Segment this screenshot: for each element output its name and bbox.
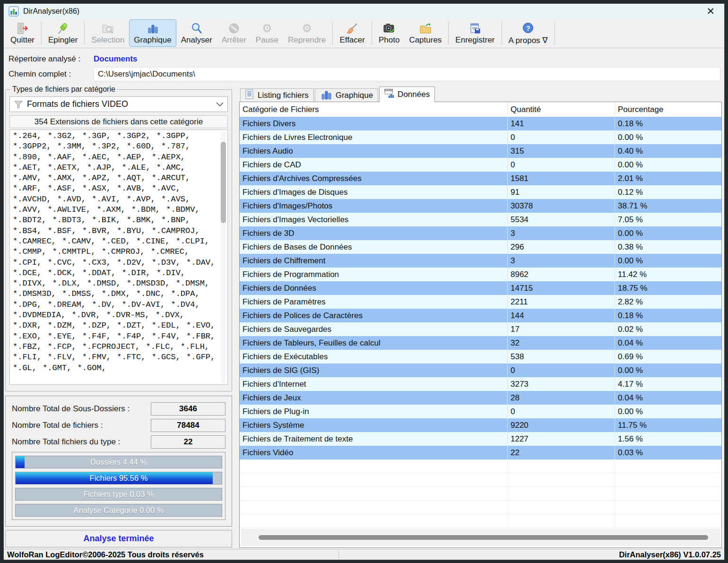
category-filter-select[interactable]: Formats de fichiers VIDEO <box>9 96 228 112</box>
tab-graphique[interactable]: Graphique <box>315 88 378 102</box>
category-filter-value: Formats de fichiers VIDEO <box>27 99 212 109</box>
left-panel: Types de fichiers par catégorie Formats … <box>5 85 232 547</box>
extensions-scrollbar-thumb[interactable] <box>221 142 226 223</box>
percentage-cell: 1.56 % <box>615 432 721 446</box>
table-row[interactable]: Fichiers Audio3150.40 % <box>240 144 721 158</box>
table-row[interactable]: Fichiers de Polices de Caractères1440.18… <box>240 309 721 322</box>
close-icon[interactable]: ✕ <box>702 6 719 17</box>
table-horizontal-scrollbar[interactable] <box>241 529 720 546</box>
toolbar-button-reprendre[interactable]: ⚙Reprendre <box>283 19 330 47</box>
category-cell: Fichiers d'Images/Photos <box>240 199 508 213</box>
toolbar-separator <box>502 22 502 44</box>
table-row[interactable]: Fichiers d'Internet32734.17 % <box>240 377 721 391</box>
toolbar-button-quitter[interactable]: Quitter <box>6 19 39 47</box>
category-cell: Fichiers Système <box>240 418 508 432</box>
table-row[interactable]: Fichiers de Paramètres22112.82 % <box>240 295 721 309</box>
table-row[interactable]: Fichiers de Chiffrement30.00 % <box>240 254 721 268</box>
quantity-cell: 0 <box>508 405 615 418</box>
gear-icon: ⚙ <box>262 21 272 35</box>
quantity-cell: 0 <box>508 364 615 377</box>
tab-label: Graphique <box>336 91 373 100</box>
empty-cell <box>240 473 508 486</box>
column-header-quantit[interactable]: Quantité <box>508 102 615 117</box>
table-row[interactable]: Fichiers de Tableurs, Feuilles de calcul… <box>240 336 721 350</box>
table-row[interactable]: Fichiers d'Archives Compressées15812.01 … <box>240 172 721 185</box>
magnifier-icon <box>191 21 203 35</box>
progress-label: Fichiers 95.56 % <box>16 472 222 484</box>
empty-cell <box>508 473 615 486</box>
empty-cell <box>240 459 508 473</box>
quantity-cell: 28 <box>508 391 615 405</box>
category-cell: Fichiers d'Images de Disques <box>240 185 508 199</box>
empty-cell <box>508 501 615 514</box>
table-row[interactable]: Fichiers de Données1471518.75 % <box>240 281 721 295</box>
statusbar-separator <box>338 550 339 559</box>
toolbar-button-selection[interactable]: Selection <box>87 19 129 47</box>
table-row[interactable]: Fichiers Divers1410.18 % <box>240 117 721 130</box>
progress-bar-fichiers-type-0-03: Fichiers type 0.03 % <box>15 488 222 501</box>
percentage-cell: 0.00 % <box>615 254 721 268</box>
tab-donn-es[interactable]: Données <box>379 87 435 102</box>
table-row[interactable]: Fichiers de Plug-in00.00 % <box>240 405 721 418</box>
toolbar-button-epingler[interactable]: Epingler <box>43 19 82 47</box>
empty-cell <box>615 514 721 528</box>
quantity-cell: 538 <box>508 350 615 364</box>
percentage-cell: 7.05 % <box>615 213 721 226</box>
table-row[interactable]: Fichiers de Jeux280.04 % <box>240 391 721 405</box>
toolbar-separator <box>372 22 372 44</box>
tab-listing-fichiers[interactable]: Listing fichiers <box>240 88 314 102</box>
table-row[interactable]: Fichiers Vidéo220.03 % <box>240 446 721 459</box>
column-header-pourcentage[interactable]: Pourcentage <box>615 102 721 117</box>
toolbar-button-label: Effacer <box>339 35 365 45</box>
toolbar-button-a-propos[interactable]: ?A propos ∇ <box>504 19 553 47</box>
category-cell: Fichiers de Bases de Données <box>240 240 508 254</box>
quantity-cell: 2211 <box>508 295 615 309</box>
full-path-field[interactable]: C:\Users\jmjac\Documents\ <box>94 67 720 81</box>
table-row[interactable]: Fichiers de 3D30.00 % <box>240 226 721 240</box>
quantity-cell: 3 <box>508 254 615 268</box>
extensions-list[interactable]: *.264, *.3G2, *.3GP, *.3GP2, *.3GPP, *.3… <box>9 130 228 385</box>
category-cell: Fichiers de Tableurs, Feuilles de calcul <box>240 336 508 350</box>
table-row[interactable]: Fichiers de Sauvegardes170.02 % <box>240 322 721 336</box>
quantity-cell: 0 <box>508 130 615 144</box>
table-row[interactable]: Fichiers Système922011.75 % <box>240 418 721 432</box>
toolbar-button-enregistrer[interactable]: Enregistrer <box>451 19 499 47</box>
toolbar-button-arr-ter[interactable]: Arrêter <box>217 19 251 47</box>
table-row[interactable]: Fichiers de Livres Electronique00.00 % <box>240 130 721 144</box>
extensions-scrollbar[interactable] <box>221 131 226 383</box>
table-row-empty <box>240 514 721 528</box>
toolbar-button-pause[interactable]: ⚙Pause <box>251 19 283 47</box>
table-row[interactable]: Fichiers de SIG (GIS)00.00 % <box>240 364 721 377</box>
svg-text:?: ? <box>526 24 530 32</box>
table-hscroll-thumb[interactable] <box>259 535 708 540</box>
toolbar-button-label: Reprendre <box>288 35 326 45</box>
table-row[interactable]: Fichiers d'Images Vectorielles55347.05 % <box>240 213 721 226</box>
empty-cell <box>240 501 508 514</box>
table-row-empty <box>240 473 721 487</box>
filter-funnel-icon <box>14 100 23 109</box>
table-row[interactable]: Fichiers d'Images de Disques910.12 % <box>240 185 721 199</box>
toolbar-button-analyser[interactable]: Analyser <box>176 19 217 47</box>
column-header-cat-gorie-de-fichiers[interactable]: Catégorie de Fichiers <box>240 102 508 117</box>
quantity-cell: 17 <box>508 322 615 336</box>
window-title: DirAnalyser(x86) <box>23 7 79 16</box>
percentage-cell: 38.71 % <box>615 199 721 213</box>
table-row[interactable]: Fichiers d'Images/Photos3037838.71 % <box>240 199 721 213</box>
toolbar-button-photo[interactable]: Photo <box>374 19 404 47</box>
toolbar-button-graphique[interactable]: Graphique <box>129 19 176 47</box>
status-bar: WolfoRan LogEditor©2006-2025 Tous droits… <box>4 549 724 560</box>
toolbar-button-label: Pause <box>256 35 278 45</box>
percentage-cell: 2.82 % <box>615 295 721 309</box>
progress-bar-dossiers-4-44: Dossiers 4.44 % <box>15 456 222 468</box>
folder-export-icon <box>419 21 432 35</box>
empty-cell <box>508 514 615 528</box>
table-row[interactable]: Fichiers de CAD00.00 % <box>240 158 721 172</box>
toolbar-button-label: Selection <box>91 35 124 45</box>
table-row[interactable]: Fichiers de Programmation896211.42 % <box>240 268 721 281</box>
stat-value: 22 <box>151 435 225 449</box>
toolbar-button-captures[interactable]: Captures <box>404 19 446 47</box>
table-row[interactable]: Fichiers de Bases de Données2960.38 % <box>240 240 721 254</box>
toolbar-button-effacer[interactable]: Effacer <box>335 19 370 47</box>
table-row[interactable]: Fichiers de Traitement de texte12271.56 … <box>240 432 721 446</box>
table-row[interactable]: Fichiers de Exécutables5380.69 % <box>240 350 721 364</box>
